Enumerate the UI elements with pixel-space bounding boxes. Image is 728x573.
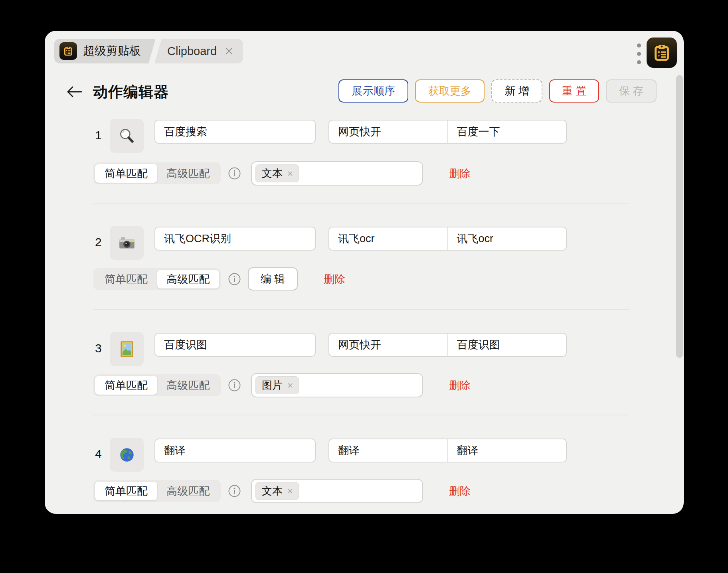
- action-value-input[interactable]: 翻译: [447, 439, 566, 462]
- simple-match-option[interactable]: 简单匹配: [95, 270, 157, 288]
- row-divider: [93, 309, 629, 310]
- row-index: 2: [95, 235, 102, 249]
- action-config-inputs: 网页快开 百度一下: [328, 120, 567, 144]
- header-button-row: 展示顺序 获取更多 新 增 重 置 保 存: [338, 79, 657, 103]
- tag-label: 图片: [262, 378, 283, 392]
- tab-super-clipboard[interactable]: 超级剪贴板: [54, 39, 155, 63]
- tab-clipboard[interactable]: Clipboard: [155, 39, 243, 63]
- action-config-inputs: 网页快开 百度识图: [328, 333, 567, 357]
- action-row: 1 百度搜索 网页快开 百度一下: [95, 119, 662, 153]
- open-mode-input[interactable]: 网页快开: [329, 121, 447, 143]
- simple-match-option[interactable]: 简单匹配: [95, 164, 157, 183]
- tag-label: 文本: [262, 166, 283, 180]
- match-mode-switch: 简单匹配 高级匹配: [93, 268, 221, 290]
- open-mode-input[interactable]: 讯飞ocr: [329, 227, 447, 250]
- back-arrow-icon[interactable]: [65, 85, 83, 99]
- page-title: 动作编辑器: [93, 82, 169, 102]
- get-more-button[interactable]: 获取更多: [415, 79, 485, 103]
- action-row-options: 简单匹配 高级匹配 文本 删除: [93, 161, 662, 186]
- tag-chip: 文本: [255, 164, 299, 182]
- remove-tag-icon[interactable]: [287, 382, 294, 389]
- row-divider: [93, 415, 629, 415]
- tag-label: 文本: [262, 484, 283, 498]
- advanced-match-option[interactable]: 高级匹配: [157, 164, 220, 183]
- action-name-input[interactable]: 百度搜索: [154, 120, 316, 144]
- tag-chip: 图片: [255, 376, 299, 394]
- match-tags-input[interactable]: 文本: [251, 161, 423, 186]
- action-icon-box: [110, 332, 144, 366]
- delete-action-link[interactable]: 删除: [449, 373, 471, 397]
- camera-icon: [117, 233, 136, 253]
- clipboard-app-button[interactable]: [647, 38, 677, 68]
- action-icon-box: [110, 119, 144, 153]
- action-row-options: 简单匹配 高级匹配 文本 删除: [93, 479, 662, 503]
- edit-match-button[interactable]: 编 辑: [248, 267, 298, 290]
- action-row-options: 简单匹配 高级匹配 编 辑 删除: [93, 267, 662, 291]
- advanced-match-option[interactable]: 高级匹配: [157, 270, 220, 288]
- action-row: 4 翻译 翻译 翻译: [95, 438, 662, 472]
- tab-bar: 超级剪贴板 Clipboard: [54, 39, 243, 63]
- remove-tag-icon[interactable]: [287, 170, 294, 177]
- advanced-match-option[interactable]: 高级匹配: [157, 376, 220, 395]
- clipboard-app-icon: [59, 42, 77, 60]
- action-row: 2 讯飞OCR识别 讯飞ocr 讯飞ocr: [95, 226, 662, 260]
- action-config-inputs: 讯飞ocr 讯飞ocr: [328, 227, 567, 251]
- simple-match-option[interactable]: 简单匹配: [95, 376, 157, 395]
- globe-icon: [117, 445, 136, 464]
- action-row: 3 百度识图 网页快开 百度识图: [95, 332, 662, 366]
- action-row-options: 简单匹配 高级匹配 图片 删除: [93, 373, 662, 397]
- action-icon-box: [110, 438, 144, 472]
- match-mode-switch: 简单匹配 高级匹配: [93, 480, 221, 502]
- doc-tab-label: Clipboard: [167, 45, 217, 58]
- action-value-input[interactable]: 百度识图: [447, 334, 566, 356]
- info-icon[interactable]: [228, 484, 241, 498]
- display-order-button[interactable]: 展示顺序: [338, 79, 408, 103]
- row-index: 1: [95, 128, 102, 142]
- action-value-input[interactable]: 讯飞ocr: [447, 227, 566, 250]
- reset-button[interactable]: 重 置: [549, 79, 599, 103]
- remove-tag-icon[interactable]: [287, 488, 294, 495]
- app-window: 超级剪贴板 Clipboard 动作编辑器 展示顺序 获取更多: [45, 31, 684, 514]
- action-name-input[interactable]: 百度识图: [154, 333, 316, 357]
- action-name-input[interactable]: 讯飞OCR识别: [154, 227, 316, 251]
- delete-action-link[interactable]: 删除: [449, 479, 471, 503]
- action-icon-box: [110, 226, 144, 260]
- open-mode-input[interactable]: 网页快开: [329, 334, 447, 356]
- picture-icon: [117, 340, 136, 359]
- row-divider: [93, 203, 629, 204]
- search-icon: [117, 126, 136, 146]
- app-tab-label: 超级剪贴板: [83, 43, 141, 59]
- match-tags-input[interactable]: 图片: [251, 373, 423, 397]
- match-mode-switch: 简单匹配 高级匹配: [93, 162, 221, 184]
- action-name-input[interactable]: 翻译: [154, 439, 316, 462]
- info-icon[interactable]: [228, 379, 241, 392]
- action-value-input[interactable]: 百度一下: [447, 121, 566, 143]
- simple-match-option[interactable]: 简单匹配: [95, 482, 157, 500]
- add-new-button[interactable]: 新 增: [491, 79, 542, 103]
- vertical-scrollbar[interactable]: [676, 75, 683, 358]
- action-config-inputs: 翻译 翻译: [328, 439, 567, 462]
- kebab-menu-icon[interactable]: [637, 43, 641, 64]
- info-icon[interactable]: [228, 167, 241, 180]
- row-index: 3: [95, 342, 102, 355]
- save-button[interactable]: 保 存: [606, 79, 657, 103]
- match-tags-input[interactable]: 文本: [251, 479, 423, 503]
- close-tab-icon[interactable]: [224, 46, 234, 56]
- open-mode-input[interactable]: 翻译: [329, 439, 447, 462]
- info-icon[interactable]: [228, 273, 241, 286]
- delete-action-link[interactable]: 删除: [449, 161, 471, 186]
- delete-action-link[interactable]: 删除: [324, 267, 345, 291]
- advanced-match-option[interactable]: 高级匹配: [157, 482, 220, 500]
- match-mode-switch: 简单匹配 高级匹配: [93, 374, 221, 396]
- tag-chip: 文本: [255, 482, 299, 500]
- row-index: 4: [95, 447, 102, 461]
